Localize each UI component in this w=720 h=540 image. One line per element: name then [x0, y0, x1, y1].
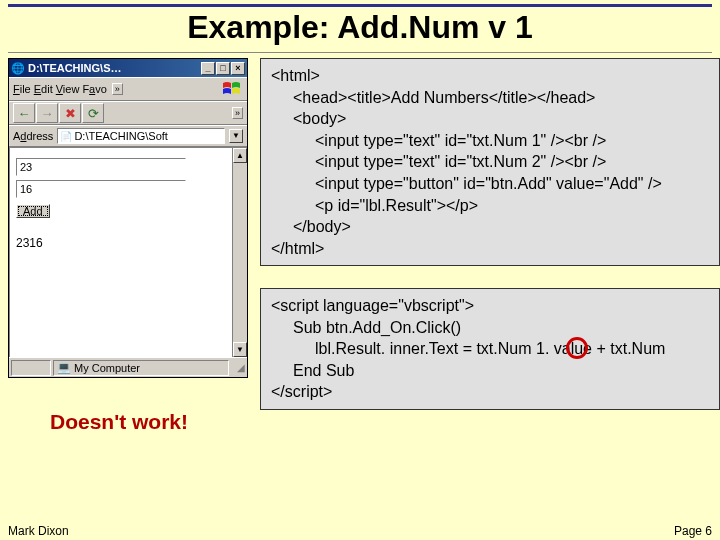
num2-input[interactable]	[16, 180, 186, 198]
code-line: <html>	[271, 65, 711, 87]
close-button[interactable]: ×	[231, 62, 245, 75]
window-title: D:\TEACHING\S…	[28, 62, 201, 74]
code-line: <input type="text" id="txt.Num 2" /><br …	[271, 151, 711, 173]
document-icon: 📄	[60, 131, 72, 142]
code-line: <head><title>Add Numbers</title></head>	[271, 87, 711, 109]
computer-icon: 💻	[57, 361, 71, 374]
browser-window: 🌐 D:\TEACHING\S… _ □ × File Edit View Fa…	[8, 58, 248, 378]
back-button[interactable]: ←	[13, 103, 35, 123]
footer: Mark Dixon Page 6	[8, 524, 712, 538]
minimize-button[interactable]: _	[201, 62, 215, 75]
address-label: Address	[13, 130, 53, 142]
menu-view[interactable]: View	[56, 83, 80, 95]
code-line: </script>	[271, 381, 711, 403]
windows-logo-icon	[221, 80, 243, 98]
code-line: </html>	[271, 238, 711, 260]
menu-file[interactable]: File	[13, 83, 31, 95]
title-bar-rule	[8, 4, 712, 7]
doesnt-work-note: Doesn't work!	[50, 410, 188, 434]
code-line: End Sub	[271, 360, 711, 382]
address-value: D:\TEACHING\Soft	[74, 130, 168, 142]
code-line: <script language="vbscript">	[271, 295, 711, 317]
status-text: My Computer	[74, 362, 140, 374]
code-line: Sub btn.Add_On.Click()	[271, 317, 711, 339]
code-block-html: <html> <head><title>Add Numbers</title><…	[260, 58, 720, 266]
code-line: <input type="button" id="btn.Add" value=…	[271, 173, 711, 195]
statusbar: 💻 My Computer ◢	[9, 357, 247, 377]
address-bar: Address 📄 D:\TEACHING\Soft ▼	[9, 125, 247, 147]
status-seg-left	[11, 360, 51, 376]
code-line: <p id="lbl.Result"></p>	[271, 195, 711, 217]
scrollbar[interactable]: ▲ ▼	[232, 148, 247, 357]
code-line: <input type="text" id="txt.Num 1" /><br …	[271, 130, 711, 152]
status-zone: 💻 My Computer	[53, 360, 229, 376]
result-label: 2316	[16, 236, 241, 250]
toolbar-overflow[interactable]: »	[232, 107, 243, 119]
code-line: lbl.Result. inner.Text = txt.Num 1. valu…	[271, 338, 711, 360]
footer-author: Mark Dixon	[8, 524, 69, 538]
refresh-button[interactable]: ⟳	[82, 103, 104, 123]
num1-input[interactable]	[16, 158, 186, 176]
page-viewport: Add 2316 ▲ ▼	[9, 147, 247, 357]
forward-button[interactable]: →	[36, 103, 58, 123]
menu-overflow[interactable]: »	[112, 83, 123, 95]
scroll-up-icon[interactable]: ▲	[233, 148, 247, 163]
code-line: <body>	[271, 108, 711, 130]
address-dropdown[interactable]: ▼	[229, 129, 243, 143]
toolbar: ← → ✖ ⟳ »	[9, 101, 247, 125]
title-underline	[8, 52, 712, 53]
scroll-down-icon[interactable]: ▼	[233, 342, 247, 357]
menu-edit[interactable]: Edit	[34, 83, 53, 95]
code-line: </body>	[271, 216, 711, 238]
maximize-button[interactable]: □	[216, 62, 230, 75]
footer-page: Page 6	[674, 524, 712, 538]
add-button[interactable]: Add	[16, 204, 50, 218]
slide-title: Example: Add.Num v 1	[0, 9, 720, 46]
ie-icon: 🌐	[11, 61, 25, 75]
code-block-script: <script language="vbscript"> Sub btn.Add…	[260, 288, 720, 410]
menu-favorites[interactable]: Favo	[82, 83, 106, 95]
menubar: File Edit View Favo »	[9, 77, 247, 101]
slide-content: 🌐 D:\TEACHING\S… _ □ × File Edit View Fa…	[8, 58, 720, 512]
address-field[interactable]: 📄 D:\TEACHING\Soft	[57, 128, 225, 144]
resize-grip-icon: ◢	[231, 362, 245, 373]
titlebar: 🌐 D:\TEACHING\S… _ □ ×	[9, 59, 247, 77]
stop-button[interactable]: ✖	[59, 103, 81, 123]
